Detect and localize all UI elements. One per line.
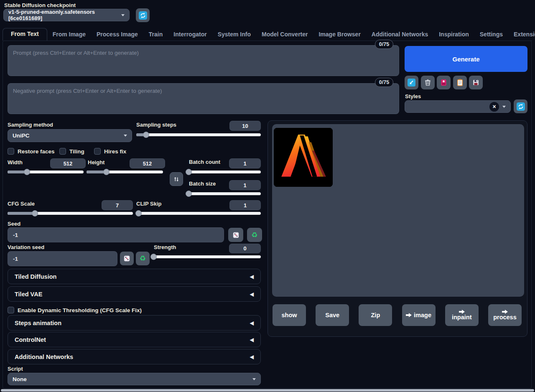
accordion-controlnet[interactable]: ControlNet ◀: [8, 332, 261, 347]
swap-arrows-icon: [173, 176, 180, 183]
accordion-tiled-diffusion[interactable]: Tiled Diffusion ◀: [8, 269, 261, 284]
restore-faces-checkbox[interactable]: [8, 148, 14, 155]
send-to-image-button[interactable]: image: [402, 304, 436, 326]
variation-seed-input[interactable]: [8, 251, 117, 266]
negative-prompt-input[interactable]: [8, 83, 399, 114]
tab-settings[interactable]: Settings: [474, 29, 508, 41]
accordion-tiled-vae[interactable]: Tiled VAE ◀: [8, 286, 261, 302]
sampling-method-select[interactable]: UniPC: [8, 129, 132, 142]
tab-extensions[interactable]: Extensions: [508, 29, 535, 41]
strength-slider[interactable]: [154, 254, 261, 260]
checkpoint-select[interactable]: v1-5-pruned-emaonly.safetensors [6ce0161…: [3, 9, 130, 21]
tab-model-converter[interactable]: Model Converter: [256, 29, 313, 41]
accordion-title: Steps animation: [15, 320, 61, 326]
chevron-down-icon: [124, 135, 127, 137]
checkpoint-refresh-button[interactable]: [136, 8, 150, 22]
generated-image-logo: [274, 128, 333, 187]
reuse-seed-button[interactable]: ♻: [247, 228, 262, 242]
tab-system-info[interactable]: System Info: [212, 29, 256, 41]
button-label: show: [281, 312, 297, 319]
generate-button[interactable]: Generate: [405, 46, 527, 72]
tab-process-image[interactable]: Process Image: [91, 29, 143, 41]
hires-fix-checkbox[interactable]: [94, 148, 101, 155]
send-to-inpaint-button[interactable]: inpaint: [445, 304, 479, 326]
strength-value[interactable]: 0: [229, 244, 261, 253]
styles-refresh-button[interactable]: [514, 99, 527, 113]
script-label: Script: [8, 366, 23, 372]
paste-clipboard-button[interactable]: [453, 76, 467, 89]
show-button[interactable]: show: [273, 304, 306, 326]
batch-size-value[interactable]: 1: [229, 180, 261, 190]
sampling-method-label: Sampling method: [8, 122, 53, 128]
paste-params-icon: [408, 79, 415, 87]
cfg-scale-value[interactable]: 7: [102, 200, 133, 210]
clip-skip-value[interactable]: 1: [229, 200, 261, 210]
swap-dimensions-button[interactable]: [170, 172, 183, 186]
save-button[interactable]: Save: [316, 304, 349, 326]
accordion-title: Additional Networks: [15, 354, 73, 360]
tab-image-browser[interactable]: Image Browser: [313, 29, 366, 41]
accordion-title: Tiled VAE: [15, 291, 42, 298]
width-slider[interactable]: [8, 169, 84, 175]
random-variation-seed-button[interactable]: [120, 252, 134, 265]
horizontal-scrollbar[interactable]: [1, 389, 534, 392]
width-label: Width: [8, 159, 23, 165]
cfg-scale-slider[interactable]: [8, 210, 133, 216]
refresh-icon: [139, 11, 147, 20]
paste-params-button[interactable]: [405, 76, 418, 89]
tiling-checkbox[interactable]: [59, 148, 66, 155]
sampling-steps-value[interactable]: 10: [229, 121, 261, 131]
clear-prompt-button[interactable]: [421, 76, 435, 89]
recycle-icon: ♻: [251, 232, 257, 239]
tab-inspiration[interactable]: Inspiration: [433, 29, 474, 41]
cfg-scale-label: CFG Scale: [8, 201, 35, 207]
seed-input[interactable]: [8, 227, 224, 242]
zip-button[interactable]: Zip: [359, 304, 392, 326]
accordion-title: Tiled Diffusion: [15, 273, 56, 280]
batch-size-slider[interactable]: [189, 191, 261, 197]
save-style-button[interactable]: [469, 76, 483, 89]
arrow-right-icon: [459, 310, 465, 314]
accordion-additional-networks[interactable]: Additional Networks ◀: [8, 349, 261, 364]
chevron-left-icon: ◀: [250, 320, 254, 326]
tab-bar: From Text From Image Process Image Train…: [3, 29, 532, 41]
random-seed-button[interactable]: [228, 228, 243, 242]
sampling-method-value: UniPC: [13, 132, 30, 139]
script-select[interactable]: None: [8, 373, 261, 385]
tab-train[interactable]: Train: [143, 29, 168, 41]
button-label: Zip: [371, 312, 380, 319]
tab-interrogator[interactable]: Interrogator: [168, 29, 212, 41]
tiling-label: Tiling: [69, 148, 84, 155]
prompt-input[interactable]: [8, 45, 399, 76]
styles-clear-button[interactable]: ×: [489, 102, 499, 112]
height-value[interactable]: 512: [130, 158, 165, 168]
width-value[interactable]: 512: [50, 158, 86, 168]
button-label: inpaint: [452, 314, 472, 321]
batch-count-slider[interactable]: [189, 169, 261, 175]
batch-count-value[interactable]: 1: [229, 158, 261, 168]
gallery-thumbnail[interactable]: [274, 128, 333, 187]
sampling-steps-slider[interactable]: [136, 132, 261, 138]
height-slider[interactable]: [87, 169, 163, 175]
style-card-icon: [440, 79, 448, 87]
tab-from-text[interactable]: From Text: [3, 28, 47, 41]
hires-fix-label: Hires fix: [104, 148, 126, 155]
tab-additional-networks[interactable]: Additional Networks: [366, 29, 433, 41]
apply-style-button[interactable]: [437, 76, 451, 89]
styles-select[interactable]: ×: [405, 100, 511, 113]
arrow-right-icon: [502, 310, 508, 314]
arrow-right-icon: [406, 313, 412, 317]
seed-label: Seed: [8, 221, 20, 227]
accordion-steps-animation[interactable]: Steps animation ◀: [8, 315, 261, 331]
batch-count-label: Batch count: [189, 159, 220, 165]
reuse-variation-seed-button[interactable]: ♻: [136, 252, 150, 265]
gallery-buttons-row: show Save Zip image inpaint process: [273, 304, 522, 326]
send-to-process-button[interactable]: process: [488, 304, 522, 326]
script-value: None: [13, 376, 27, 382]
strength-label: Strength: [154, 244, 176, 250]
dynamic-thresholding-checkbox[interactable]: [8, 307, 14, 313]
height-label: Height: [88, 159, 104, 165]
clip-skip-label: CLIP Skip: [136, 201, 161, 207]
clip-skip-slider[interactable]: [136, 210, 261, 216]
tab-from-image[interactable]: From Image: [47, 29, 91, 41]
